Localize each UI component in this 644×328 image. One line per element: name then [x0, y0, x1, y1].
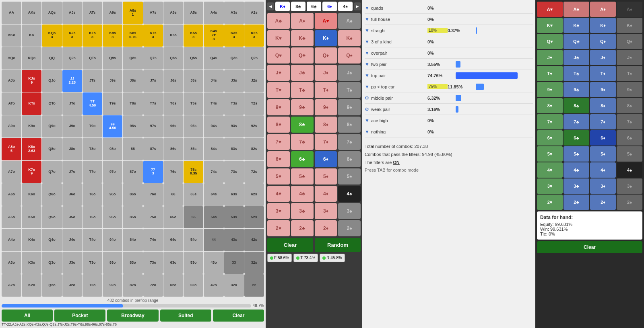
range-cell[interactable]: 72o — [143, 274, 163, 297]
selector-card[interactable]: A♣ — [564, 2, 589, 17]
selector-card[interactable]: 5♥ — [537, 146, 563, 162]
range-cell[interactable]: A6s — [163, 2, 183, 24]
range-cell[interactable]: J8s — [123, 70, 142, 92]
range-cell[interactable]: K2s 3 — [244, 25, 264, 47]
stat-filter-icon[interactable]: ▼ — [365, 84, 371, 90]
range-cell[interactable]: 84o — [123, 229, 142, 251]
range-cell[interactable]: K8s 0.75 — [123, 25, 142, 47]
range-cell[interactable]: A6o — [2, 183, 21, 206]
range-cell[interactable]: J3s — [224, 70, 244, 92]
card-cell[interactable]: J♦ — [315, 65, 337, 81]
range-cell[interactable]: T8o — [83, 138, 102, 160]
range-cell[interactable]: 63s — [224, 183, 244, 206]
card-cell[interactable]: 7♥ — [267, 134, 290, 150]
range-cell[interactable]: 92o — [103, 274, 122, 297]
clear-board-button[interactable]: Clear — [267, 238, 313, 252]
card-cell[interactable]: 6♦ — [315, 151, 337, 167]
range-cell[interactable]: 76o — [143, 183, 163, 206]
selector-card[interactable]: 6♦ — [590, 130, 616, 146]
range-cell[interactable]: T5o — [83, 206, 102, 229]
card-cell[interactable]: 2♦ — [315, 220, 337, 236]
filter-button[interactable]: T 73.4% — [293, 254, 318, 262]
range-cell[interactable]: 62o — [163, 274, 183, 297]
range-cell[interactable]: Q2o — [42, 274, 62, 297]
range-cell[interactable]: T6o — [83, 183, 102, 206]
selector-card[interactable]: J♣ — [564, 50, 589, 65]
selector-card[interactable]: A♦ — [590, 2, 616, 17]
card-cell[interactable]: T♥ — [267, 82, 290, 98]
selector-card[interactable]: 9♠ — [617, 82, 642, 97]
range-cell[interactable]: 54o — [184, 229, 203, 251]
range-cell[interactable]: T5s — [184, 92, 203, 115]
selector-card[interactable]: 2♠ — [617, 195, 642, 210]
range-cell[interactable]: J8o — [62, 138, 82, 160]
clear-button-left[interactable]: Clear — [213, 310, 264, 322]
range-cell[interactable]: 73s — [224, 161, 244, 183]
range-cell[interactable]: A2o — [2, 274, 21, 297]
card-cell[interactable]: A♠ — [338, 13, 361, 29]
range-cell[interactable]: J5o — [62, 206, 82, 229]
range-cell[interactable]: QTs — [83, 47, 102, 70]
range-cell[interactable]: Q5s — [184, 47, 203, 70]
range-cell[interactable]: Q5o — [42, 206, 62, 229]
selector-card[interactable]: T♠ — [617, 66, 642, 81]
board-card[interactable]: K♦ — [275, 2, 290, 11]
filter-button[interactable]: R 45.8% — [320, 254, 345, 262]
range-cell[interactable]: ATs — [83, 2, 102, 24]
selector-card[interactable]: 7♥ — [537, 114, 563, 129]
range-cell[interactable]: T9s — [103, 92, 122, 115]
card-cell[interactable]: 8♠ — [338, 117, 361, 133]
range-cell[interactable]: 87o — [123, 161, 142, 183]
range-cell[interactable]: 53o — [184, 252, 203, 274]
selector-card[interactable]: 9♥ — [537, 82, 563, 97]
range-cell[interactable]: Q7o — [42, 161, 62, 183]
range-cell[interactable]: Q4s — [204, 47, 223, 70]
range-cell[interactable]: KJo 9 — [22, 70, 41, 92]
range-cell[interactable]: T4o — [83, 229, 102, 251]
card-cell[interactable]: 6♠ — [338, 151, 361, 167]
range-cell[interactable]: J5s — [184, 70, 203, 92]
range-cell[interactable]: Q3s — [224, 47, 244, 70]
range-cell[interactable]: 96s — [163, 115, 183, 138]
card-cell[interactable]: 4♣ — [291, 186, 314, 202]
range-cell[interactable]: 64s — [204, 183, 223, 206]
range-cell[interactable]: K9s 3 — [103, 25, 122, 47]
card-cell[interactable]: 6♣ — [291, 151, 314, 167]
range-cell[interactable]: ATo — [2, 92, 21, 115]
range-cell[interactable]: 86s — [163, 138, 183, 160]
range-cell[interactable]: 93s — [224, 115, 244, 138]
selector-card[interactable]: 4♣ — [564, 162, 589, 178]
selector-card[interactable]: 8♥ — [537, 98, 563, 113]
range-cell[interactable]: AA — [2, 2, 21, 24]
range-cell[interactable]: T7s — [143, 92, 163, 115]
range-cell[interactable]: T7o — [83, 161, 102, 183]
selector-card[interactable]: Q♠ — [617, 34, 642, 49]
card-cell[interactable]: 2♣ — [291, 220, 314, 236]
card-cell[interactable]: 3♦ — [315, 203, 337, 219]
range-cell[interactable]: 83s — [224, 138, 244, 160]
range-cell[interactable]: 33 — [224, 252, 244, 274]
card-cell[interactable]: Q♣ — [291, 47, 314, 64]
range-cell[interactable]: 88 — [123, 138, 142, 160]
range-cell[interactable]: KQs 3 — [42, 25, 62, 47]
board-card[interactable]: 6♦ — [322, 2, 337, 11]
selector-card[interactable]: 2♦ — [590, 195, 616, 210]
broadway-button[interactable]: Broadway — [107, 310, 158, 322]
range-cell[interactable]: A5s — [184, 2, 203, 24]
card-cell[interactable]: K♠ — [338, 30, 361, 46]
clear-selector-button[interactable]: Clear — [537, 241, 642, 253]
stat-filter-icon[interactable]: ▼ — [365, 16, 371, 22]
card-cell[interactable]: 2♥ — [267, 220, 290, 236]
card-cell[interactable]: K♣ — [291, 30, 314, 46]
range-cell[interactable]: QJo — [42, 70, 62, 92]
range-cell[interactable]: 75o — [143, 206, 163, 229]
selector-card[interactable]: 9♣ — [564, 82, 589, 97]
range-cell[interactable]: AKs — [22, 2, 41, 24]
selector-card[interactable]: 5♦ — [590, 146, 616, 162]
range-cell[interactable]: 87s — [143, 138, 163, 160]
range-cell[interactable]: 96o — [103, 183, 122, 206]
selector-card[interactable]: T♥ — [537, 66, 563, 81]
card-cell[interactable]: 8♣ — [291, 117, 314, 133]
card-cell[interactable]: A♣ — [267, 13, 290, 29]
range-cell[interactable]: 98s — [123, 115, 142, 138]
